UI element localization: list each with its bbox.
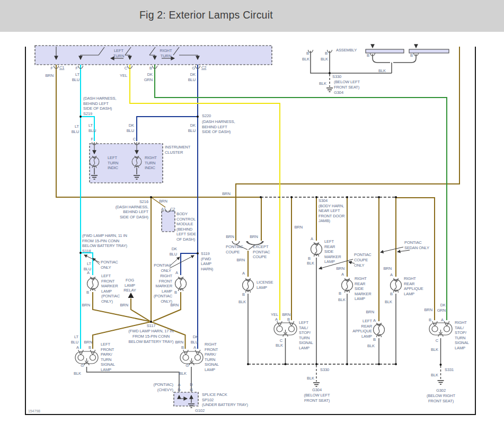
drawing-number: 154798	[28, 409, 40, 413]
instrument-cluster-label: INSTRUMENTCLUSTER	[165, 145, 191, 155]
s220-label: S220	[202, 113, 211, 118]
license-label: LICENSELAMP	[257, 280, 273, 290]
wire-blk-rfpt: BLK	[179, 371, 187, 376]
assembly-internals	[373, 47, 416, 48]
assembly-bar-left	[366, 49, 404, 53]
bcm-conn-c2: C2	[170, 207, 175, 211]
conn-c2: C2	[201, 65, 206, 70]
right-tail-stop-turn-lamp	[429, 321, 452, 337]
pontiac-coupe-label: PONTIACCOUPE	[226, 244, 243, 254]
lfpt-label: LEFTFRONTPARK/TURNSIGNALLAMP	[101, 342, 115, 372]
fog-lamp-relay-label: FOGLAMPRELAY	[123, 278, 136, 293]
s304-note: S304(BODY HARN,NEAR LEFTFRONT DOORJAMB)	[319, 198, 345, 223]
splice-chevy-g: G	[190, 387, 193, 392]
s330-top-label: S330	[332, 74, 341, 79]
wire-blk-s330t: BLK	[319, 81, 326, 86]
cluster-pin-c: C	[133, 137, 136, 142]
bcm-pin-a1: A1	[161, 207, 166, 211]
rfm-pin-a: A	[175, 270, 178, 275]
rra-pin-a: A	[390, 272, 393, 277]
g304-top-label: G304	[334, 90, 343, 95]
bcm-label: BODYCONTROLMODULE(BEHINDLEFT SIDEOF DASH…	[176, 211, 196, 242]
wire-brn-rrsm: BRN	[336, 266, 344, 271]
wire-ltblu-5: LTBLU	[71, 334, 79, 345]
asm-blk-2: BLK	[321, 57, 328, 61]
brn-wires	[56, 47, 459, 349]
ltl-label: LEFTTAIL/STOP/TURNSIGNALLAMP	[299, 320, 313, 350]
wire-yel-ltl: YEL	[271, 312, 278, 317]
bus-brn-label: BRN	[222, 191, 231, 196]
wire-blk-lic: BLK	[238, 299, 246, 304]
pontiac-sedan-only-label: PONTIACSEDAN ONLY	[404, 240, 429, 250]
bcm-brn-label: BRN	[159, 199, 167, 204]
wire-brn-rtl: BRN	[424, 307, 432, 312]
g302-ground	[438, 381, 444, 384]
switch-right-turn: RIGHTTURN	[160, 48, 172, 58]
wire-brn-rra: BRN	[383, 266, 392, 271]
s117-note: S117(FWD LAMP HARN, 17 INFROM 15-PIN CON…	[128, 323, 174, 344]
pin-c: C	[125, 66, 128, 70]
left-front-marker-lamp	[87, 277, 99, 291]
wire-dkblu-4: DKBLU	[170, 246, 177, 257]
wire-blk-rra: BLK	[385, 299, 392, 304]
wire-dkblu-rfm	[181, 253, 198, 275]
right-rear-applique-lamp	[391, 278, 402, 293]
wire-blk-lrsm: BLK	[307, 261, 314, 266]
pin-b: B	[149, 66, 152, 70]
rfpt-pin-b: B	[181, 345, 184, 350]
wire-blk-lfpt: BLK	[74, 371, 81, 376]
rra-pin-b: B	[390, 292, 393, 296]
wire-dkgrn-top: DKGRN	[144, 72, 153, 82]
pin-g: G	[192, 66, 195, 70]
lfm-pin-b: B	[86, 290, 89, 295]
wire-brn-ltl: BRN	[282, 312, 290, 317]
rfpt-pin-a: A	[193, 345, 196, 350]
ltl-pin-c: C	[280, 338, 283, 343]
splice-pontiac-d: D	[190, 382, 193, 387]
rtl-pin-b: B	[429, 318, 431, 322]
body-control-module-box	[162, 211, 175, 232]
wire-dkblu-5: DKBLU	[191, 334, 198, 345]
rfpt-label: RIGHTFRONTPARK/TURNSIGNALLAMP	[205, 342, 219, 372]
ltl-pin-a: A	[275, 317, 278, 322]
rra-label: RIGHTREARAPPLIQUELAMP	[404, 276, 423, 296]
s118-note: (FWD LAMP HARN, 11 INFROM 15-PIN CONNBEL…	[82, 233, 128, 253]
left-rear-applique-lamp	[374, 323, 385, 337]
asm-blk-1: BLK	[302, 57, 310, 61]
assembly-label: ASSEMBLY	[336, 48, 357, 52]
g102-label: G102	[195, 408, 205, 413]
wire-brn-epc: BRN	[250, 234, 258, 239]
lic-pin-a: A	[242, 271, 245, 276]
wire-ltblu-4: LTBLU	[84, 261, 92, 271]
wire-dkblu-top: DKBLU	[188, 72, 196, 82]
s331-label: S331	[445, 367, 454, 372]
rfm-label: RIGHTFRONTMARKERLAMP(PONTIACONLY)	[154, 274, 173, 304]
asm-blk-3: BLK	[378, 68, 386, 73]
wire-blk-rtl: BLK	[431, 347, 438, 352]
wire-yel-top: YEL	[120, 73, 127, 78]
wire-brn-lfm: BRN	[82, 303, 90, 307]
wire-brn-fog: BRN	[120, 303, 128, 307]
rtl-label: RIGHTTAIL/STOP/TURNSIGNALLAMP	[455, 320, 469, 350]
lra-label: LEFTREARAPPLIQUELAMP	[352, 319, 372, 339]
rrsm-label: RIGHTREARSIDEMARKERLAMP	[355, 276, 372, 301]
wire-brn-lrsm: BRN	[294, 225, 303, 230]
asm-pin-b3: B	[367, 53, 369, 58]
except-pontiac-coupe-label: EXCEPTPONTIACCOUPE	[253, 244, 270, 259]
wire-ltblu-2: LTBLU	[72, 124, 79, 134]
lra-pin-b: B	[373, 337, 376, 342]
wiring-diagram: LEFTTURNRIGHTTURNFC1FCBGC2BRNLTBLUYELDKG…	[0, 0, 504, 432]
cluster-pin-f: F	[91, 137, 94, 142]
left-rear-side-marker-lamp	[311, 242, 322, 257]
screenshot-root: Fig 2: Exterior Lamps Circuit	[0, 0, 504, 432]
g304-top-ground	[326, 88, 333, 92]
lrsm-pin-b: B	[308, 256, 311, 261]
asm-pin-b2: B	[325, 51, 328, 56]
wire-brn-rfpt: BRN	[175, 340, 183, 345]
assembly-bar-right	[409, 49, 449, 53]
splice-pontiac-a: A	[178, 382, 181, 387]
wire-dkblu-2: DKBLU	[127, 123, 134, 133]
wire-blk-s331: BLK	[431, 373, 438, 377]
wire-dkblu-3: DKBLU	[188, 123, 196, 133]
rtl-pin-c: C	[436, 338, 439, 343]
